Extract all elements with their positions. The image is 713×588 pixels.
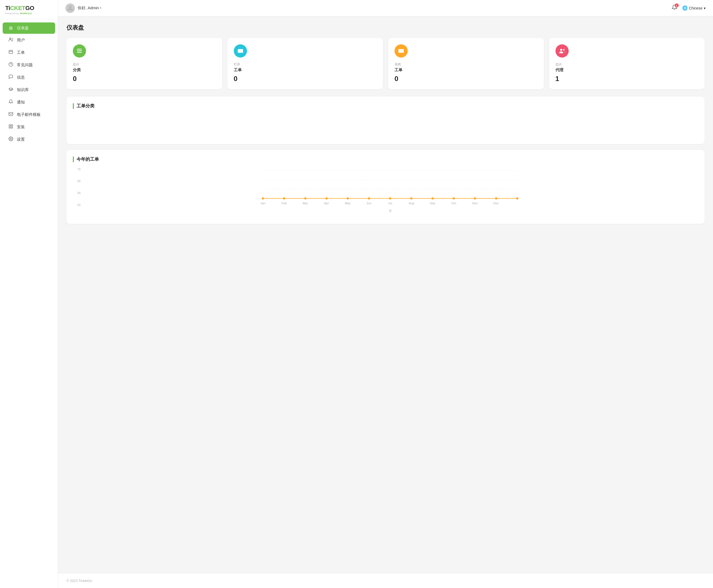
svg-rect-11 <box>77 50 82 51</box>
categories-main-label: 分类 <box>73 67 216 72</box>
section-accent-categories <box>73 103 74 109</box>
sidebar-label-tickets: 工单 <box>17 50 25 55</box>
sidebar-item-install[interactable]: 安装 <box>3 121 55 133</box>
globe-icon: 🌐 <box>682 5 688 11</box>
svg-point-16 <box>400 50 402 52</box>
user-greeting[interactable]: 你好, Admin ▾ <box>78 5 102 10</box>
chart-inner: Jan Feb Mar Apr May Jun Jul Aug Sep Oct … <box>82 168 698 213</box>
svg-point-0 <box>9 38 11 39</box>
avatar <box>65 3 75 13</box>
sidebar: TiCKETGO Powered by WORKGO ⊞ 仪表盘 用户 工单 常… <box>0 0 58 588</box>
svg-point-30 <box>410 197 413 200</box>
yearly-tickets-section: 今年的工单 70 50 30 10 <box>66 150 705 224</box>
dashboard-icon: ⊞ <box>8 25 14 31</box>
chart-container: 70 50 30 10 <box>73 168 698 213</box>
stat-card-agents: 总计 代理 1 <box>549 38 705 89</box>
svg-point-8 <box>10 138 12 140</box>
footer-text: © 2023 TicketGo <box>66 579 92 583</box>
notification-badge: 1 <box>675 3 679 7</box>
svg-text:Mar: Mar <box>303 202 308 205</box>
y-label-70: 70 <box>73 168 81 171</box>
y-label-30: 30 <box>73 191 81 194</box>
categories-value: 0 <box>73 75 216 83</box>
svg-text:Dec: Dec <box>494 202 499 205</box>
svg-point-32 <box>453 197 455 200</box>
install-icon <box>8 124 14 130</box>
sidebar-item-faq[interactable]: 常见问题 <box>3 59 55 71</box>
svg-point-35 <box>516 197 519 200</box>
stat-card-categories: 总计 分类 0 <box>66 38 222 89</box>
sidebar-item-dashboard[interactable]: ⊞ 仪表盘 <box>3 22 55 34</box>
y-label-50: 50 <box>73 180 81 183</box>
categories-sub-label: 总计 <box>73 62 216 67</box>
sidebar-item-messages[interactable]: 信息 <box>3 71 55 83</box>
logo-area: TiCKETGO Powered by WORKGO <box>0 0 58 19</box>
svg-point-24 <box>283 197 285 200</box>
svg-text:Aug: Aug <box>408 202 414 205</box>
svg-point-9 <box>69 5 72 8</box>
svg-text:Feb: Feb <box>281 202 287 205</box>
svg-rect-6 <box>9 127 10 128</box>
notifications-button[interactable]: 1 <box>672 4 677 12</box>
closed-tickets-sub-label: 关闭 <box>395 62 538 67</box>
stat-card-open-tickets: 打开 工单 0 <box>228 38 383 89</box>
header: 你好, Admin ▾ 1 🌐 Chinese ▾ <box>58 0 713 16</box>
svg-point-27 <box>347 197 349 200</box>
sidebar-item-settings[interactable]: 设置 <box>3 133 55 145</box>
sidebar-item-knowledge[interactable]: 知识库 <box>3 84 55 96</box>
y-label-10: 10 <box>73 203 81 206</box>
user-dropdown-chevron: ▾ <box>100 6 102 10</box>
email-icon <box>8 112 14 118</box>
sidebar-item-users[interactable]: 用户 <box>3 34 55 46</box>
sidebar-label-install: 安装 <box>17 125 25 130</box>
svg-text:Nov: Nov <box>472 202 478 205</box>
svg-text:Jul: Jul <box>388 202 392 205</box>
x-axis-label: 月 <box>82 209 698 213</box>
language-selector[interactable]: 🌐 Chinese ▾ <box>682 5 706 11</box>
sidebar-item-email[interactable]: 电子邮件模板 <box>3 109 55 121</box>
sidebar-item-notify[interactable]: 通知 <box>3 96 55 108</box>
svg-rect-7 <box>11 127 13 128</box>
users-icon <box>8 37 14 43</box>
agents-value: 1 <box>555 75 698 83</box>
knowledge-icon <box>8 87 14 93</box>
tickets-icon <box>8 49 14 56</box>
closed-tickets-value: 0 <box>395 75 538 83</box>
svg-point-31 <box>432 197 434 200</box>
settings-icon <box>8 136 14 143</box>
svg-point-23 <box>262 197 264 200</box>
svg-text:Jun: Jun <box>366 202 372 205</box>
page-title: 仪表盘 <box>66 24 705 32</box>
open-tickets-icon <box>234 44 247 58</box>
svg-point-18 <box>563 49 564 50</box>
categories-title-text: 工单分类 <box>77 103 95 109</box>
main-area: 你好, Admin ▾ 1 🌐 Chinese ▾ 仪表盘 <box>58 0 713 588</box>
ticket-categories-section: 工单分类 <box>66 97 705 144</box>
svg-text:Apr: Apr <box>324 202 329 205</box>
sidebar-label-settings: 设置 <box>17 137 25 142</box>
agents-sub-label: 总计 <box>555 62 698 67</box>
open-tickets-value: 0 <box>234 75 377 83</box>
yearly-section-title: 今年的工单 <box>73 156 698 162</box>
svg-text:Jan: Jan <box>260 202 266 205</box>
main-content: 仪表盘 总计 分类 0 打开 工单 0 <box>58 16 713 573</box>
sidebar-label-knowledge: 知识库 <box>17 87 29 92</box>
sidebar-nav: ⊞ 仪表盘 用户 工单 常见问题 信息 <box>0 19 58 588</box>
svg-rect-1 <box>9 50 13 54</box>
agents-icon <box>555 44 569 58</box>
messages-icon <box>8 75 14 81</box>
lang-chevron: ▾ <box>704 6 706 10</box>
stat-card-closed-tickets: 关闭 工单 0 <box>388 38 544 89</box>
svg-point-29 <box>389 197 391 200</box>
svg-point-26 <box>326 197 328 200</box>
header-right: 1 🌐 Chinese ▾ <box>672 4 706 12</box>
categories-icon <box>73 44 86 58</box>
sidebar-label-dashboard: 仪表盘 <box>17 26 29 30</box>
svg-rect-12 <box>77 52 82 53</box>
sidebar-label-faq: 常见问题 <box>17 63 33 67</box>
sidebar-item-tickets[interactable]: 工单 <box>3 47 55 59</box>
sidebar-label-notify: 通知 <box>17 100 25 105</box>
svg-rect-4 <box>9 125 10 126</box>
svg-point-25 <box>304 197 307 200</box>
yearly-title-text: 今年的工单 <box>77 156 99 162</box>
